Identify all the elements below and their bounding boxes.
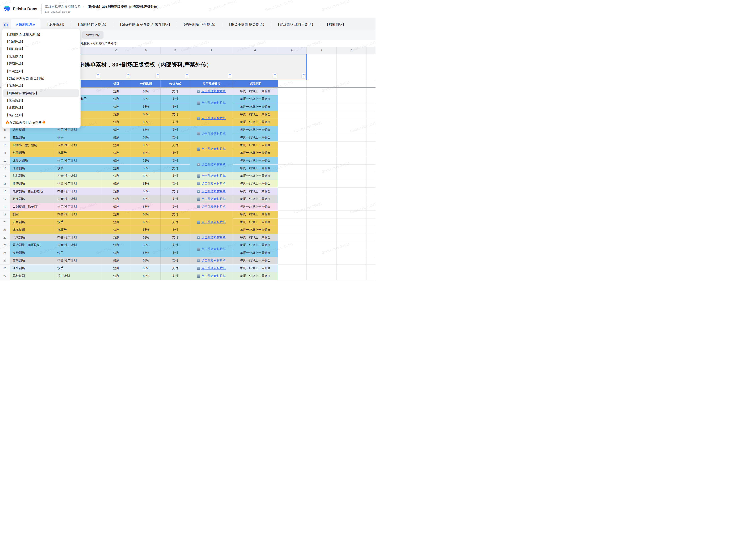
cell-J1[interactable] <box>337 54 367 80</box>
cell-name-19[interactable]: 剧宝 <box>10 211 55 218</box>
cell-rate-13[interactable]: 63% <box>131 165 161 172</box>
filter-icon[interactable] <box>228 73 232 78</box>
col-header-withdraw[interactable]: 提现周期 <box>233 80 278 87</box>
cell-income-25[interactable]: 支付 <box>161 257 190 264</box>
cell-withdraw-11[interactable]: 每周一结算上一周佣金 <box>233 149 278 157</box>
cell-rate-18[interactable]: 63% <box>131 203 161 211</box>
dropdown-item-9[interactable]: 【麦萌短剧】 <box>3 97 79 104</box>
cell-rate-23[interactable]: 63% <box>131 241 161 249</box>
cell-platform-23[interactable]: 抖音/推广计划 <box>55 241 101 249</box>
cell-I-18[interactable] <box>307 203 337 211</box>
cell-J-25[interactable] <box>337 257 367 264</box>
cell-name-22[interactable]: 飞鹰剧场 <box>10 234 55 241</box>
row-header-15[interactable]: 15 <box>0 180 10 187</box>
cell-rate-14[interactable]: 63% <box>131 172 161 180</box>
cell-platform-17[interactable]: 抖音/推广计划 <box>55 195 101 203</box>
dropdown-item-12[interactable]: 🔥短剧任务每日充值榜单🔥 <box>3 119 79 126</box>
cell-platform-16[interactable]: 抖音/推广计划 <box>55 187 101 195</box>
cell-H-3[interactable] <box>278 88 307 95</box>
cell-withdraw-23[interactable]: 每周一结算上一周佣金 <box>233 241 278 249</box>
cell-I-4[interactable] <box>307 95 337 103</box>
cell-category-9[interactable]: 短剧 <box>101 134 131 142</box>
cell-rate-8[interactable]: 63% <box>131 126 161 134</box>
cell-rate-3[interactable]: 63% <box>131 88 161 95</box>
col-header-income[interactable]: 收益方式 <box>161 80 190 87</box>
cell-rate-5[interactable]: 63% <box>131 103 161 111</box>
cell-I-8[interactable] <box>307 126 337 134</box>
cell-withdraw-12[interactable]: 每周一结算上一周佣金 <box>233 157 278 164</box>
cell-J-7[interactable] <box>337 118 367 126</box>
cell-platform-11[interactable]: 视频号 <box>55 149 101 157</box>
cell-category-13[interactable]: 短剧 <box>101 165 131 172</box>
cell-I-6[interactable] <box>307 111 337 118</box>
material-link[interactable]: 点击跳转素材片单 <box>201 116 226 120</box>
cell-withdraw-5[interactable]: 每周一结算上一周佣金 <box>233 103 278 111</box>
material-link[interactable]: 点击跳转素材片单 <box>201 236 226 240</box>
filter-icon[interactable] <box>96 73 100 78</box>
cell-H-14[interactable] <box>278 172 307 180</box>
cell-category-10[interactable]: 短剧 <box>101 142 131 149</box>
material-link[interactable]: 点击跳转素材片单 <box>201 174 226 178</box>
cell-rate-17[interactable]: 63% <box>131 195 161 203</box>
dropdown-item-3[interactable]: 【九霄剧场】 <box>3 53 79 60</box>
cell-H-8[interactable] <box>278 126 307 134</box>
cell-name-15[interactable]: 顶好剧场 <box>10 180 55 187</box>
cell-J-15[interactable] <box>337 180 367 187</box>
cell-category-23[interactable]: 短剧 <box>101 241 131 249</box>
cell-platform-19[interactable]: 抖音/推广计划 <box>55 211 101 218</box>
cell-category-17[interactable]: 短剧 <box>101 195 131 203</box>
cell-category-4[interactable]: 短剧 <box>101 95 131 103</box>
cell-rate-4[interactable]: 63% <box>131 95 161 103</box>
cell-category-20[interactable]: 短剧 <box>101 219 131 226</box>
material-link[interactable]: 点击跳转素材片单 <box>201 189 226 194</box>
cell-platform-9[interactable]: 快手 <box>55 134 101 142</box>
column-letter-I[interactable]: I <box>307 47 337 54</box>
sheet-tab-3[interactable]: 【超好看剧场 多多剧场 来看剧场】 <box>113 19 177 29</box>
cell-material-25[interactable]: ➜点击跳转素材片单 <box>190 257 233 264</box>
cell-H-16[interactable] <box>278 187 307 195</box>
cell-name-27[interactable]: 风行短剧 <box>10 272 55 280</box>
cell-J2[interactable] <box>337 80 367 87</box>
cell-material-26[interactable]: ➜点击跳转素材片单 <box>190 264 233 272</box>
dropdown-item-8[interactable]: 【画屏剧场 女神剧场】 <box>3 89 79 97</box>
cell-name-20[interactable]: 古言剧场 <box>10 219 55 226</box>
cell-income-23[interactable]: 支付 <box>161 241 190 249</box>
cell-I-22[interactable] <box>307 234 337 241</box>
cell-material-14[interactable]: ➜点击跳转素材片单 <box>190 172 233 180</box>
cell-I-27[interactable] <box>307 272 337 280</box>
cell-I-19[interactable] <box>307 211 337 218</box>
cell-income-22[interactable]: 支付 <box>161 234 190 241</box>
cell-material-27[interactable]: ➜点击跳转素材片单 <box>190 272 233 280</box>
cell-platform-20[interactable]: 快手 <box>55 219 101 226</box>
row-header-14[interactable]: 14 <box>0 172 10 180</box>
cell-H-18[interactable] <box>278 203 307 211</box>
cell-material-10[interactable]: ➜点击跳转素材片单 <box>190 142 233 157</box>
cell-category-27[interactable]: 短剧 <box>101 272 131 280</box>
cell-J-3[interactable] <box>337 88 367 95</box>
row-header-20[interactable]: 20 <box>0 219 10 226</box>
cell-rate-12[interactable]: 63% <box>131 157 161 164</box>
cell-I-5[interactable] <box>307 103 337 111</box>
cell-rate-22[interactable]: 63% <box>131 234 161 241</box>
cell-H-24[interactable] <box>278 249 307 257</box>
dropdown-item-2[interactable]: 【顶好剧场】 <box>3 45 79 53</box>
cell-rate-10[interactable]: 63% <box>131 142 161 149</box>
cell-platform-27[interactable]: 推广计划 <box>55 272 101 280</box>
column-letter-C[interactable]: C <box>101 47 131 54</box>
material-link[interactable]: 点击跳转素材片单 <box>201 274 226 278</box>
cell-I-11[interactable] <box>307 149 337 157</box>
cell-H-23[interactable] <box>278 241 307 249</box>
cell-platform-18[interactable]: 抖音/推广计划 <box>55 203 101 211</box>
filter-icon[interactable] <box>126 73 130 78</box>
row-header-23[interactable]: 23 <box>0 241 10 249</box>
col-header-commission[interactable]: 分佣比例 <box>131 80 161 87</box>
cell-rate-15[interactable]: 63% <box>131 180 161 187</box>
cell-platform-14[interactable]: 抖音/推广计划 <box>55 172 101 180</box>
cell-category-5[interactable]: 短剧 <box>101 103 131 111</box>
row-header-22[interactable]: 22 <box>0 234 10 241</box>
cell-name-16[interactable]: 九霄剧场（原蓝鲸剧场） <box>10 187 55 195</box>
cell-I-12[interactable] <box>307 157 337 164</box>
cell-withdraw-14[interactable]: 每周一结算上一周佣金 <box>233 172 278 180</box>
dropdown-item-7[interactable]: 【飞鹰剧场】 <box>3 82 79 89</box>
cell-J-23[interactable] <box>337 241 367 249</box>
